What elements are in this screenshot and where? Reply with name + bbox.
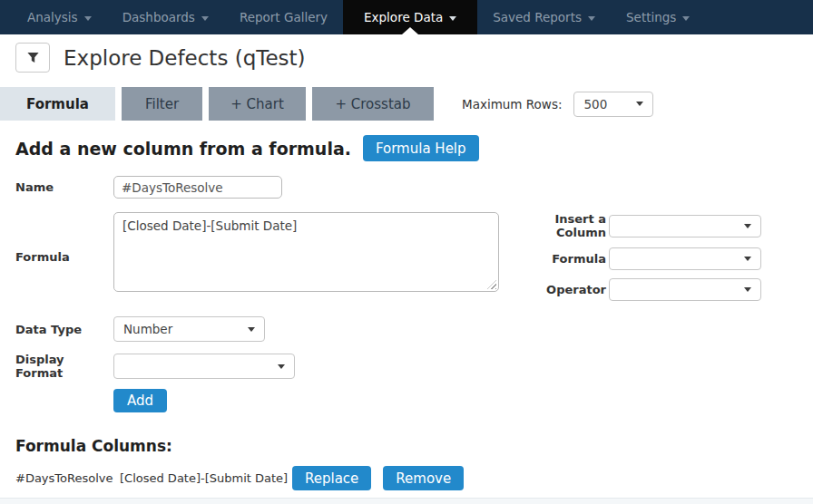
nav-item-dashboards[interactable]: Dashboards xyxy=(107,0,224,34)
formula-columns-heading: Formula Columns: xyxy=(15,437,813,455)
add-column-heading-row: Add a new column from a formula. Formula… xyxy=(15,135,813,161)
caret-down-icon xyxy=(744,257,751,261)
data-type-label: Data Type xyxy=(15,323,113,336)
formula-row: Formula [Closed Date]-[Submit Date] Inse… xyxy=(15,212,813,301)
operator-row: Operator xyxy=(502,278,761,301)
nav-item-report-gallery[interactable]: Report Gallery xyxy=(224,0,343,34)
maximum-rows-group: Maximum Rows: 500 xyxy=(462,92,653,117)
name-row: Name xyxy=(15,176,813,199)
tab-formula[interactable]: Formula xyxy=(0,87,115,121)
display-format-label: Display Format xyxy=(15,353,113,380)
maximum-rows-label: Maximum Rows: xyxy=(462,97,562,111)
filter-button[interactable] xyxy=(15,43,50,73)
caret-down-icon xyxy=(588,16,595,21)
funnel-icon xyxy=(26,51,40,64)
nav-item-label: Dashboards xyxy=(122,10,195,24)
caret-down-icon xyxy=(278,364,285,369)
caret-down-icon xyxy=(744,224,751,228)
name-input[interactable] xyxy=(113,176,282,199)
tabs-row: Formula Filter + Chart + Crosstab Maximu… xyxy=(0,87,813,121)
nav-item-analysis[interactable]: Analysis xyxy=(12,0,107,34)
caret-down-icon xyxy=(248,327,255,332)
operator-label: Operator xyxy=(502,283,606,296)
formula-textarea-wrap: [Closed Date]-[Submit Date] xyxy=(113,212,499,292)
add-column-heading: Add a new column from a formula. xyxy=(15,139,351,159)
insert-formula-label: Formula xyxy=(502,252,606,266)
nav-item-label: Settings xyxy=(626,10,676,24)
insert-column-row: Insert a Column xyxy=(502,212,761,239)
caret-down-icon xyxy=(449,16,456,21)
insert-column-select[interactable] xyxy=(609,215,761,237)
tab-filter[interactable]: Filter xyxy=(122,87,202,121)
data-type-value: Number xyxy=(123,322,172,336)
remove-button[interactable]: Remove xyxy=(383,466,464,490)
add-button[interactable]: Add xyxy=(113,389,167,412)
nav-item-explore-data[interactable]: Explore Data xyxy=(343,0,477,34)
page-header: Explore Defects (qTest) xyxy=(15,43,813,73)
caret-down-icon xyxy=(636,102,643,106)
caret-down-icon xyxy=(201,16,209,21)
top-navbar: Analysis Dashboards Report Gallery Explo… xyxy=(0,0,813,34)
nav-item-label: Report Gallery xyxy=(240,10,328,24)
data-type-row: Data Type Number xyxy=(15,316,813,342)
formula-label: Formula xyxy=(15,250,113,264)
formula-form: Name Formula [Closed Date]-[Submit Date]… xyxy=(15,176,813,412)
formula-textarea[interactable]: [Closed Date]-[Submit Date] xyxy=(113,212,499,292)
tab-crosstab[interactable]: + Crosstab xyxy=(312,87,434,121)
display-format-select[interactable] xyxy=(113,354,295,379)
formula-column-expression: [Closed Date]-[Submit Date] xyxy=(120,471,292,485)
display-format-row: Display Format xyxy=(15,353,813,380)
nav-item-label: Explore Data xyxy=(364,10,443,24)
formula-help-button[interactable]: Formula Help xyxy=(363,135,479,161)
bottom-bar xyxy=(0,498,813,504)
nav-item-label: Saved Reports xyxy=(493,10,582,24)
maximum-rows-value: 500 xyxy=(583,97,607,111)
nav-item-settings[interactable]: Settings xyxy=(611,0,705,34)
active-tab-notch xyxy=(402,27,418,34)
maximum-rows-select[interactable]: 500 xyxy=(573,92,653,117)
caret-down-icon xyxy=(682,16,690,21)
replace-button[interactable]: Replace xyxy=(292,466,371,490)
nav-item-label: Analysis xyxy=(27,10,78,24)
operator-select[interactable] xyxy=(609,278,761,301)
page-title: Explore Defects (qTest) xyxy=(64,46,306,70)
nav-item-saved-reports[interactable]: Saved Reports xyxy=(477,0,611,34)
add-button-row: Add xyxy=(15,389,813,412)
insert-helpers-group: Insert a Column Formula Operator xyxy=(502,212,761,301)
caret-down-icon xyxy=(84,16,92,21)
insert-formula-row: Formula xyxy=(502,247,761,270)
caret-down-icon xyxy=(744,287,751,292)
formula-column-name: #DaysToResolve xyxy=(15,471,120,485)
name-label: Name xyxy=(15,180,113,194)
insert-column-label: Insert a Column xyxy=(502,212,606,239)
tab-chart[interactable]: + Chart xyxy=(209,87,306,121)
data-type-select[interactable]: Number xyxy=(113,316,265,342)
insert-formula-select[interactable] xyxy=(609,247,761,270)
formula-column-row: #DaysToResolve [Closed Date]-[Submit Dat… xyxy=(15,466,813,490)
